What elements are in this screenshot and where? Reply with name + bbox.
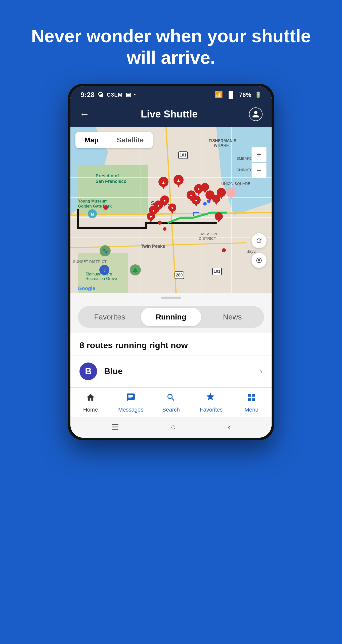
app-header: ← Live Shuttle bbox=[70, 102, 272, 127]
carrier-text: C3LM bbox=[107, 92, 123, 98]
svg-text:101: 101 bbox=[214, 269, 221, 273]
nav-menu[interactable]: Menu bbox=[239, 393, 264, 413]
handle-bar bbox=[161, 297, 181, 299]
favorites-icon bbox=[206, 393, 216, 405]
dot-indicator: • bbox=[134, 92, 136, 97]
status-bar: 9:28 🌤 C3LM ▣ • 📶 ▐▌ 76% 🔋 bbox=[70, 86, 272, 102]
tab-favorites[interactable]: Favorites bbox=[79, 308, 140, 326]
svg-point-78 bbox=[103, 205, 108, 210]
svg-text:▼: ▼ bbox=[157, 204, 160, 208]
status-left: 9:28 🌤 C3LM ▣ • bbox=[80, 91, 136, 99]
status-time: 9:28 bbox=[80, 91, 95, 99]
svg-point-82 bbox=[203, 202, 207, 206]
svg-text:Young Museum: Young Museum bbox=[78, 199, 108, 203]
svg-text:▲: ▲ bbox=[177, 178, 181, 182]
tab-row: Favorites Running News bbox=[70, 302, 272, 333]
tab-news[interactable]: News bbox=[202, 308, 263, 326]
menu-icon bbox=[247, 393, 256, 405]
search-icon bbox=[166, 393, 176, 405]
route-chevron: › bbox=[260, 367, 263, 376]
routes-section: 8 routes running right now B Blue › bbox=[70, 333, 272, 387]
weather-icon: 🌤 bbox=[98, 91, 104, 98]
home-icon bbox=[86, 393, 95, 405]
nav-messages[interactable]: Messages bbox=[118, 393, 143, 413]
routes-count-header: 8 routes running right now bbox=[70, 333, 272, 355]
svg-text:101: 101 bbox=[180, 153, 187, 157]
svg-text:▼: ▼ bbox=[163, 198, 166, 203]
back-button[interactable]: ← bbox=[79, 108, 90, 120]
zoom-out-button[interactable]: − bbox=[251, 163, 267, 178]
android-recent-button[interactable]: ☰ bbox=[111, 422, 119, 432]
zoom-in-button[interactable]: + bbox=[251, 147, 267, 162]
nav-menu-label: Menu bbox=[244, 407, 258, 413]
bottom-nav: Home Messages Search bbox=[70, 387, 272, 417]
tab-running[interactable]: Running bbox=[141, 308, 201, 326]
phone-screen: 9:28 🌤 C3LM ▣ • 📶 ▐▌ 76% 🔋 ← Live Shuttl… bbox=[70, 86, 272, 438]
svg-point-80 bbox=[163, 227, 166, 231]
map-refresh-button[interactable] bbox=[251, 233, 267, 248]
svg-text:▲: ▲ bbox=[161, 180, 165, 184]
svg-text:▲: ▲ bbox=[197, 187, 200, 191]
status-right: 📶 ▐▌ 76% 🔋 bbox=[215, 91, 262, 99]
svg-text:🐾: 🐾 bbox=[102, 248, 108, 254]
svg-text:Presidio of: Presidio of bbox=[96, 173, 119, 178]
svg-text:📍: 📍 bbox=[102, 268, 107, 273]
svg-text:Recreation Grove: Recreation Grove bbox=[86, 276, 117, 281]
wifi-icon: 📶 bbox=[215, 91, 223, 99]
svg-text:DISTRICT: DISTRICT bbox=[199, 236, 216, 240]
nav-messages-label: Messages bbox=[118, 407, 143, 413]
svg-text:SUNSET DISTRICT: SUNSET DISTRICT bbox=[73, 259, 107, 264]
profile-button[interactable] bbox=[249, 107, 263, 121]
route-badge-blue: B bbox=[79, 363, 97, 380]
svg-text:MISSION: MISSION bbox=[201, 232, 217, 236]
tab-pills: Favorites Running News bbox=[78, 306, 264, 328]
route-name-blue: Blue bbox=[104, 366, 260, 376]
map-toggle-map[interactable]: Map bbox=[75, 132, 108, 148]
signal-icon: ▐▌ bbox=[226, 91, 236, 99]
svg-text:🌲: 🌲 bbox=[133, 267, 138, 273]
svg-text:▼: ▼ bbox=[149, 215, 153, 219]
map-zoom-controls: + − bbox=[251, 147, 267, 178]
map-location-button[interactable] bbox=[251, 253, 267, 268]
svg-text:San Francisco: San Francisco bbox=[96, 179, 126, 184]
sheet-handle bbox=[70, 293, 272, 302]
app-title: Live Shuttle bbox=[141, 108, 198, 120]
svg-point-83 bbox=[207, 199, 210, 203]
hero-text: Never wonder when your shuttle will arri… bbox=[0, 0, 342, 84]
map-area[interactable]: Presidio of San Francisco FISHERMAN'S WH… bbox=[70, 127, 272, 293]
nav-search-label: Search bbox=[162, 407, 180, 413]
svg-text:WHARF: WHARF bbox=[214, 143, 229, 147]
svg-text:Google: Google bbox=[78, 286, 95, 291]
nav-home-label: Home bbox=[83, 407, 98, 413]
svg-text:▼: ▼ bbox=[171, 206, 174, 210]
route-badge-label: B bbox=[85, 366, 92, 377]
nav-home[interactable]: Home bbox=[78, 393, 103, 413]
route-item-blue[interactable]: B Blue › bbox=[70, 355, 272, 387]
phone-frame: 9:28 🌤 C3LM ▣ • 📶 ▐▌ 76% 🔋 ← Live Shuttl… bbox=[68, 84, 274, 440]
svg-text:▼: ▼ bbox=[194, 198, 198, 203]
android-nav: ☰ ○ ‹ bbox=[70, 417, 272, 438]
svg-text:▼: ▼ bbox=[189, 193, 193, 197]
battery-text: 76% bbox=[239, 91, 251, 98]
map-svg: Presidio of San Francisco FISHERMAN'S WH… bbox=[70, 127, 272, 293]
android-home-button[interactable]: ○ bbox=[171, 422, 176, 432]
sim-icon: ▣ bbox=[126, 92, 131, 98]
nav-favorites[interactable]: Favorites bbox=[199, 393, 224, 413]
svg-text:▼: ▼ bbox=[152, 209, 155, 213]
svg-point-79 bbox=[158, 221, 162, 225]
svg-text:280: 280 bbox=[176, 273, 183, 277]
svg-text:FISHERMAN'S: FISHERMAN'S bbox=[209, 139, 236, 143]
nav-search[interactable]: Search bbox=[158, 393, 184, 413]
battery-icon: 🔋 bbox=[255, 92, 262, 98]
map-toggle-satellite[interactable]: Satellite bbox=[108, 132, 153, 148]
svg-point-81 bbox=[222, 248, 226, 252]
messages-icon bbox=[126, 393, 136, 405]
nav-favorites-label: Favorites bbox=[200, 407, 223, 413]
svg-text:M: M bbox=[91, 212, 94, 216]
svg-text:Twin Peaks: Twin Peaks bbox=[141, 244, 165, 249]
map-toggle: Map Satellite bbox=[75, 132, 153, 148]
svg-text:UNION SQUARE: UNION SQUARE bbox=[221, 181, 250, 186]
android-back-button[interactable]: ‹ bbox=[228, 422, 231, 432]
